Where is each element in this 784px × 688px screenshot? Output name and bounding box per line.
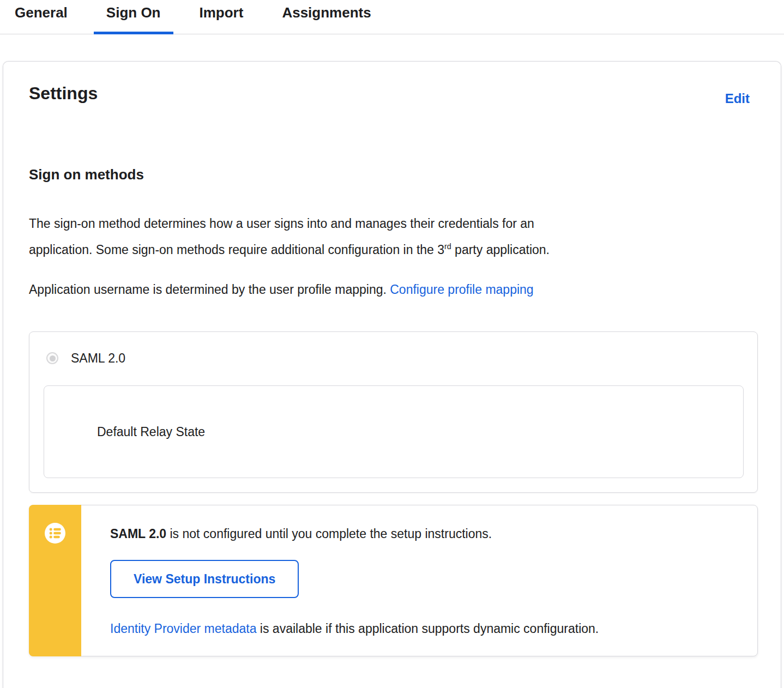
- list-icon: [45, 523, 65, 544]
- description-line1: The sign-on method determines how a user…: [29, 216, 534, 231]
- ordinal-superscript: rd: [444, 242, 451, 251]
- view-setup-instructions-button[interactable]: View Setup Instructions: [110, 560, 299, 598]
- tab-bar: General Sign On Import Assignments: [0, 0, 784, 34]
- profile-mapping-note: Application username is determined by th…: [29, 276, 758, 303]
- tab-assignments[interactable]: Assignments: [269, 0, 383, 34]
- edit-link[interactable]: Edit: [725, 91, 750, 106]
- saml-method-box: SAML 2.0 Default Relay State: [29, 331, 758, 493]
- caution-bar: [29, 505, 81, 656]
- sign-on-methods-heading: Sign on methods: [29, 165, 758, 184]
- description-line2: application. Some sign-on methods requir…: [29, 243, 444, 257]
- settings-card: Settings Edit Sign on methods The sign-o…: [3, 61, 781, 688]
- page-title: Settings: [29, 82, 98, 104]
- settings-card-header: Settings Edit: [29, 82, 758, 106]
- username-note-text: Application username is determined by th…: [29, 282, 390, 297]
- saml-radio-label: SAML 2.0: [71, 351, 125, 366]
- setup-callout: SAML 2.0 is not configured until you com…: [29, 505, 758, 656]
- configure-profile-mapping-link[interactable]: Configure profile mapping: [390, 282, 533, 297]
- metadata-note: Identity Provider metadata is available …: [110, 620, 735, 637]
- saml-radio-row: SAML 2.0: [46, 351, 744, 366]
- description-line2-tail: party application.: [451, 243, 550, 257]
- identity-provider-metadata-link[interactable]: Identity Provider metadata: [110, 621, 256, 636]
- callout-message-bold: SAML 2.0: [110, 527, 166, 541]
- default-relay-state-box: Default Relay State: [44, 385, 744, 478]
- metadata-note-rest: is available if this application support…: [256, 621, 599, 636]
- tab-general[interactable]: General: [2, 0, 80, 34]
- default-relay-state-label: Default Relay State: [97, 424, 205, 439]
- callout-message: SAML 2.0 is not configured until you com…: [110, 525, 735, 542]
- tab-sign-on[interactable]: Sign On: [94, 0, 173, 34]
- callout-message-rest: is not configured until you complete the…: [166, 527, 492, 541]
- sign-on-description: The sign-on method determines how a user…: [29, 210, 758, 263]
- saml-radio[interactable]: [46, 352, 58, 364]
- tab-import[interactable]: Import: [187, 0, 256, 34]
